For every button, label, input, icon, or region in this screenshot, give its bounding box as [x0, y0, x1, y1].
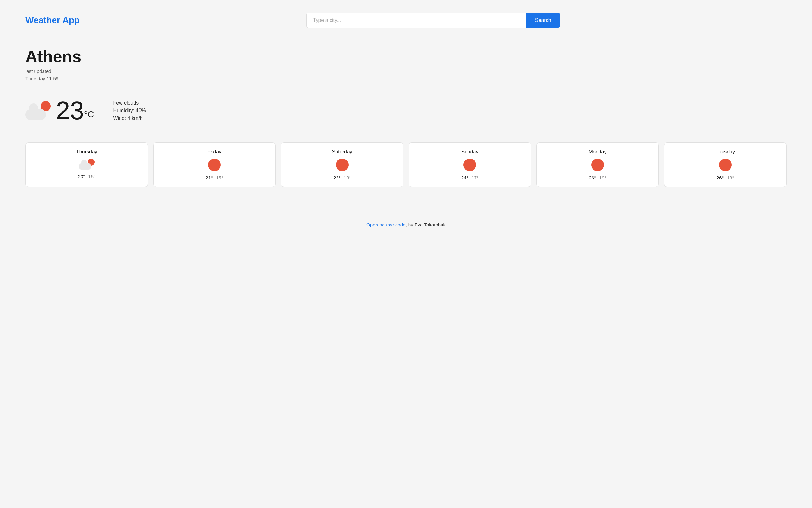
- forecast-high: 21°: [206, 175, 213, 180]
- forecast-high: 26°: [717, 175, 724, 180]
- current-weather: 23°C Few clouds Humidity: 40% Wind: 4 km…: [26, 98, 786, 123]
- forecast-low: 18°: [727, 175, 734, 180]
- main-content: Athens last updated: Thursday 11:59 23°C…: [0, 41, 812, 206]
- forecast-high: 23°: [78, 174, 85, 179]
- forecast-card: Thursday 23°15°: [26, 142, 148, 187]
- forecast-card: Saturday23°13°: [281, 142, 403, 187]
- forecast-low: 15°: [88, 174, 95, 179]
- forecast-day: Thursday: [76, 149, 97, 155]
- forecast-card: Tuesday26°18°: [664, 142, 786, 187]
- sun-forecast-icon: [591, 159, 604, 171]
- forecast-card: Sunday24°17°: [409, 142, 531, 187]
- last-updated-time: Thursday 11:59: [26, 76, 58, 81]
- forecast-low: 15°: [216, 175, 223, 180]
- last-updated: last updated: Thursday 11:59: [26, 68, 786, 82]
- footer: Open-source code, by Eva Tokarchuk: [0, 212, 812, 237]
- forecast-card: Monday26°19°: [536, 142, 659, 187]
- condition: Few clouds: [113, 100, 146, 106]
- temperature-display: 23°C: [56, 98, 94, 123]
- footer-link[interactable]: Open-source code: [366, 222, 405, 227]
- temperature-value: 23: [56, 96, 84, 125]
- sun-forecast-icon: [336, 159, 349, 171]
- forecast-low: 19°: [599, 175, 606, 180]
- forecast-low: 17°: [471, 175, 479, 180]
- forecast-temps: 21°15°: [206, 175, 223, 180]
- forecast-temps: 23°15°: [78, 174, 95, 179]
- sun-forecast-icon: [208, 159, 221, 171]
- cloud-sun-forecast-icon: [79, 159, 94, 170]
- search-input[interactable]: [307, 13, 526, 28]
- last-updated-label: last updated:: [26, 69, 53, 74]
- forecast-day: Saturday: [332, 149, 353, 155]
- temp-unit: °C: [84, 110, 94, 119]
- forecast-day: Tuesday: [716, 149, 735, 155]
- weather-details: Few clouds Humidity: 40% Wind: 4 km/h: [113, 100, 146, 121]
- header: Weather App Search: [0, 0, 812, 41]
- app-title[interactable]: Weather App: [26, 15, 80, 26]
- search-container: Search: [307, 13, 560, 28]
- cloud-sun-icon: [26, 101, 51, 120]
- search-button[interactable]: Search: [526, 13, 560, 28]
- forecast-high: 24°: [461, 175, 469, 180]
- city-section: Athens last updated: Thursday 11:59: [26, 47, 786, 82]
- fc-cloud: [79, 163, 91, 170]
- footer-suffix: , by Eva Tokarchuk: [405, 222, 445, 227]
- forecast-temps: 26°19°: [589, 175, 606, 180]
- sun-forecast-icon: [463, 159, 476, 171]
- forecast-day: Monday: [589, 149, 607, 155]
- sun-forecast-icon: [719, 159, 732, 171]
- temp-section: 23°C: [26, 98, 94, 123]
- forecast-high: 26°: [589, 175, 596, 180]
- forecast-low: 13°: [344, 175, 351, 180]
- forecast-card: Friday21°15°: [153, 142, 276, 187]
- city-name: Athens: [26, 47, 786, 66]
- forecast-section: Thursday 23°15°Friday21°15°Saturday23°13…: [26, 142, 786, 187]
- cloud-part: [26, 109, 46, 120]
- forecast-temps: 23°13°: [333, 175, 351, 180]
- forecast-day: Friday: [207, 149, 221, 155]
- forecast-temps: 24°17°: [461, 175, 479, 180]
- humidity: Humidity: 40%: [113, 108, 146, 114]
- forecast-high: 23°: [333, 175, 341, 180]
- forecast-temps: 26°18°: [717, 175, 734, 180]
- wind: Wind: 4 km/h: [113, 116, 146, 121]
- forecast-day: Sunday: [461, 149, 478, 155]
